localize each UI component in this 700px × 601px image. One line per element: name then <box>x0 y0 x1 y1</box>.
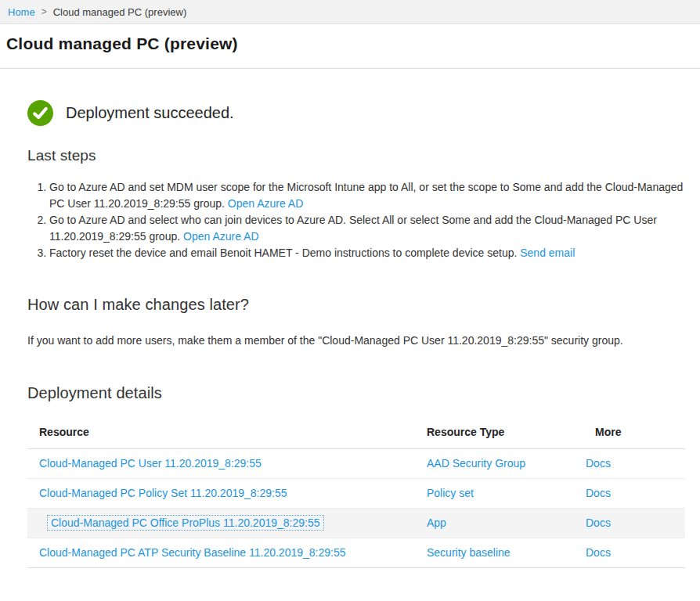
last-step-text: Go to Azure AD and set MDM user scope fo… <box>49 181 683 210</box>
last-steps-list: Go to Azure AD and set MDM user scope fo… <box>27 179 689 261</box>
docs-link-4[interactable]: Docs <box>586 546 611 559</box>
last-step-item-1: Go to Azure AD and set MDM user scope fo… <box>49 179 689 212</box>
resource-link-policy-set[interactable]: Cloud-Managed PC Policy Set 11.20.2019_8… <box>39 487 287 499</box>
docs-link-3[interactable]: Docs <box>586 516 611 529</box>
breadcrumb: Home > Cloud managed PC (preview) <box>0 0 700 24</box>
page-title: Cloud managed PC (preview) <box>6 34 700 53</box>
table-row-aad-security-group: Cloud-Managed PC User 11.20.2019_8:29:55… <box>27 448 685 478</box>
main-content: Deployment succeeded. Last steps Go to A… <box>0 100 700 568</box>
breadcrumb-current-page: Cloud managed PC (preview) <box>53 6 187 18</box>
last-step-item-2: Go to Azure AD and select who can join d… <box>49 212 689 245</box>
resource-link-user-group[interactable]: Cloud-Managed PC User 11.20.2019_8:29:55 <box>39 457 262 470</box>
table-row-office-proplus-app: Cloud-Managed PC Office ProPlus 11.20.20… <box>27 508 685 538</box>
deployment-details-heading: Deployment details <box>27 384 689 402</box>
resource-type-link-app[interactable]: App <box>427 516 446 529</box>
resource-type-link-policy-set[interactable]: Policy set <box>427 487 474 499</box>
last-step-text: Factory reset the device and email Benoi… <box>49 247 517 259</box>
resource-type-link-aad-security-group[interactable]: AAD Security Group <box>427 457 525 470</box>
status-message: Deployment succeeded. <box>66 104 234 122</box>
table-row-security-baseline: Cloud-Managed PC ATP Security Baseline 1… <box>27 538 685 567</box>
open-azure-ad-link-1[interactable]: Open Azure AD <box>228 197 304 210</box>
resource-link-atp-security-baseline[interactable]: Cloud-Managed PC ATP Security Baseline 1… <box>39 546 345 559</box>
column-header-more: More <box>574 421 685 448</box>
docs-link-1[interactable]: Docs <box>586 457 611 470</box>
last-step-item-3: Factory reset the device and email Benoi… <box>49 245 689 261</box>
table-row-policy-set: Cloud-Managed PC Policy Set 11.20.2019_8… <box>27 478 685 508</box>
table-header-row: Resource Resource Type More <box>27 421 685 448</box>
changes-heading: How can I make changes later? <box>27 296 689 314</box>
deployment-status: Deployment succeeded. <box>27 100 689 126</box>
breadcrumb-separator-icon: > <box>41 6 47 17</box>
open-azure-ad-link-2[interactable]: Open Azure AD <box>183 230 259 243</box>
last-step-text: Go to Azure AD and select who can join d… <box>49 214 657 243</box>
breadcrumb-home-link[interactable]: Home <box>8 6 35 18</box>
title-block: Cloud managed PC (preview) <box>0 24 700 69</box>
column-header-resource: Resource <box>27 421 415 448</box>
changes-body-text: If you want to add more users, make them… <box>27 333 689 348</box>
resource-type-link-security-baseline[interactable]: Security baseline <box>427 546 511 559</box>
deployment-details-table: Resource Resource Type More Cloud-Manage… <box>27 421 685 568</box>
last-steps-heading: Last steps <box>27 147 689 164</box>
send-email-link[interactable]: Send email <box>520 247 575 259</box>
column-header-resource-type: Resource Type <box>415 421 574 448</box>
docs-link-2[interactable]: Docs <box>586 487 611 499</box>
resource-link-office-proplus[interactable]: Cloud-Managed PC Office ProPlus 11.20.20… <box>47 515 324 531</box>
success-check-icon <box>27 100 53 126</box>
